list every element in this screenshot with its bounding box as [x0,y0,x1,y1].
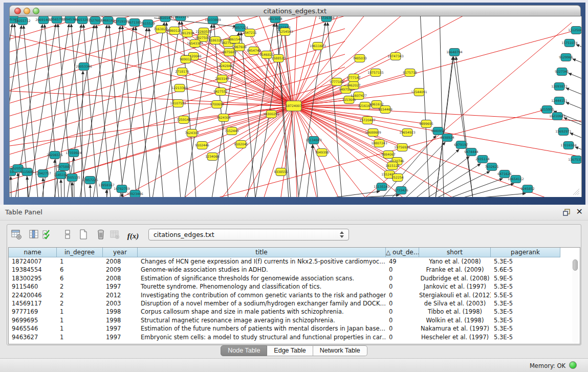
table-cell[interactable]: 2 [57,282,103,291]
table-cell[interactable]: 9115460 [9,282,57,291]
table-scrollbar-thumb[interactable] [573,259,578,271]
table-scrollbar[interactable] [572,258,578,343]
graph-node[interactable]: 9899695 [419,120,433,128]
table-cell[interactable]: 5.3E-5 [491,282,560,291]
graph-node[interactable]: 1615122 [385,162,400,170]
graph-node[interactable]: 7049398 [315,149,329,157]
table-cell[interactable]: Nakamura et al. (1997) [419,324,491,333]
graph-node[interactable]: 9861546 [228,36,242,43]
graph-node[interactable]: 8813054 [268,16,282,23]
graph-node[interactable]: 6879197 [454,141,468,149]
table-cell[interactable]: 14569117 [9,299,57,308]
table-cell[interactable]: 1 [57,324,103,333]
graph-node[interactable]: 9245852 [520,185,535,193]
table-cell[interactable]: 1997 [103,333,138,341]
table-cell[interactable]: 0 [386,282,419,291]
graph-node[interactable]: 7259145 [177,116,191,124]
graph-node[interactable]: 9875685 [222,49,236,56]
table-cell[interactable]: 49 [386,257,419,266]
table-cell[interactable]: 0 [386,274,419,282]
table-row[interactable]: 1938455462009Genome-wide association stu… [9,266,580,274]
table-row[interactable]: 946362711997Embryonic stem cells: a mode… [9,333,580,341]
table-cell[interactable]: 5.3E-5 [491,308,560,316]
graph-node[interactable]: 9154469 [378,106,393,114]
graph-node[interactable]: 9102446 [195,142,209,149]
tab-node-table[interactable]: Node Table [221,345,267,356]
graph-node[interactable]: 8175718 [403,69,417,77]
column-header-pagerank[interactable]: pagerank [491,248,560,257]
graph-node[interactable]: 1234066 [205,153,220,161]
graph-node[interactable]: 20053346 [76,63,92,71]
close-panel-icon[interactable]: ✕ [576,207,583,217]
graph-node[interactable]: 16033809 [205,16,221,24]
graph-node[interactable]: 11125044 [568,27,581,34]
table-cell[interactable]: Corpus callosum shape and size in male p… [138,308,386,316]
column-header-in_degree[interactable]: in_degree [57,248,103,257]
table-cell[interactable]: Wolkin et al. (1998) [419,316,491,324]
table-cell[interactable]: Estimation of significance thresholds fo… [138,274,386,282]
graph-node[interactable]: 19654923 [399,129,416,137]
table-cell[interactable]: 1 [57,257,103,266]
graph-node[interactable]: 1777147 [346,74,361,82]
table-selector-dropdown[interactable]: citations_edges.txt [148,229,349,240]
graph-node[interactable]: 9975887 [57,163,71,171]
graph-node[interactable]: 7163822 [154,26,168,33]
graph-node[interactable]: 7152443 [225,127,239,135]
graph-node[interactable]: 1733426 [394,187,408,194]
graph-node[interactable]: 2803144 [215,75,229,83]
graph-node[interactable]: 1527602 [88,17,102,25]
graph-hub-node[interactable]: 18724007 [286,101,302,111]
table-cell[interactable]: 1 [57,316,103,324]
table-cell[interactable]: 22420046 [9,291,57,299]
graph-node[interactable]: 11675330 [568,156,581,164]
column-header-title[interactable]: title [138,248,386,257]
table-cell[interactable]: 1997 [103,324,138,333]
graph-node[interactable]: 2935114 [475,156,490,163]
graph-node[interactable]: 8427552 [213,88,228,96]
graph-node[interactable]: 10719195 [113,18,129,26]
table-cell[interactable]: 18724007 [9,257,57,266]
table-row[interactable]: 1830029562008Estimation of significance … [9,274,580,282]
table-cell[interactable]: Jankovic et al. (1997) [419,282,491,291]
graph-node[interactable]: 16648794 [446,49,463,56]
graph-node[interactable]: 1547211 [243,29,257,37]
graph-node[interactable]: 8186328 [208,37,223,45]
function-builder-icon[interactable]: f(x) [126,229,140,243]
graph-node[interactable]: 8454749 [247,47,261,55]
table-row[interactable]: 977716911998Corpus callosum shape and si… [9,308,580,316]
table-cell[interactable]: Hescheler et al. (1997) [419,333,491,341]
table-cell[interactable]: Changes of HCN gene expression and I(f) … [138,257,386,266]
table-row[interactable]: 911546021997Tourette syndrome. Phenomeno… [9,282,580,291]
table-cell[interactable]: Tibbo et al. (1998) [419,308,491,316]
graph-node[interactable]: 15134843 [306,137,322,144]
graph-node[interactable]: 8215955 [540,106,554,114]
graph-node[interactable]: 12093872 [551,83,568,91]
graph-node[interactable]: 1115686 [20,168,34,176]
network-window-titlebar[interactable]: citations_edges.txt [9,5,581,16]
graph-node[interactable]: 9227341 [555,68,569,76]
table-cell[interactable]: 9463627 [9,333,57,341]
graph-node[interactable]: 12444151 [551,97,568,105]
graph-node[interactable]: 16210643 [549,113,565,120]
graph-node[interactable]: 7624304 [216,114,231,122]
graph-node[interactable]: 1700694 [210,101,224,108]
table-cell[interactable]: 5.3E-5 [491,299,560,308]
table-mode-icon[interactable] [10,228,23,242]
show-columns-icon[interactable] [27,228,40,242]
tab-edge-table[interactable]: Edge Table [267,345,313,356]
table-cell[interactable]: 0 [386,299,419,308]
graph-node[interactable]: 15135141 [374,183,390,191]
graph-node[interactable]: 9671385 [127,19,142,27]
graph-node[interactable]: 8938924 [440,134,454,142]
table-cell[interactable]: 1998 [103,308,138,316]
graph-node[interactable]: 18757155 [367,69,384,77]
graph-node[interactable]: 9242848 [219,62,233,70]
table-cell[interactable]: 9465546 [9,324,57,333]
table-row[interactable]: 1872400712008Changes of HCN gene express… [9,257,580,266]
table-cell[interactable]: 2012 [103,291,138,299]
table-row[interactable]: 969969511998Structural magnetic resonanc… [9,316,580,324]
column-header-short[interactable]: short [419,248,491,257]
table-cell[interactable]: 0 [386,333,419,341]
select-all-icon[interactable] [40,228,54,242]
table-row[interactable]: 1456911722003Disruption of a novel membe… [9,299,580,308]
